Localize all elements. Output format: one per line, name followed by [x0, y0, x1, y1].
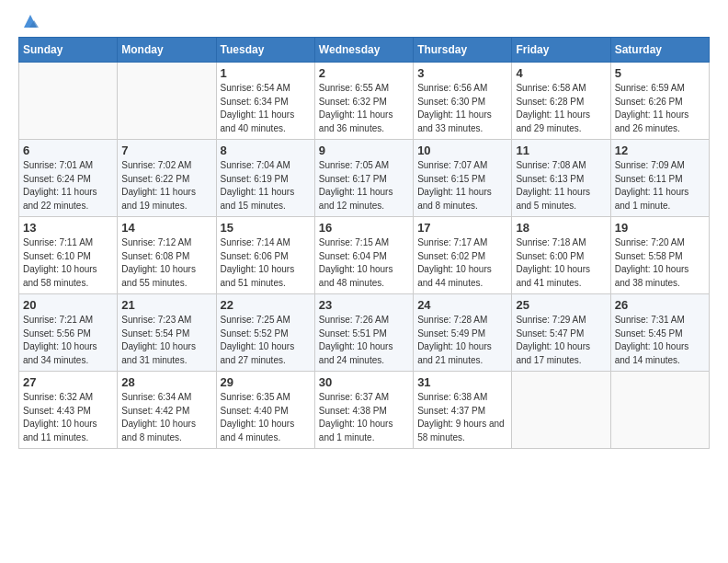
- day-info: Sunrise: 7:23 AM Sunset: 5:54 PM Dayligh…: [121, 314, 211, 367]
- day-number: 18: [516, 221, 606, 235]
- calendar-cell: 12Sunrise: 7:09 AM Sunset: 6:11 PM Dayli…: [610, 140, 709, 217]
- calendar-cell: 23Sunrise: 7:26 AM Sunset: 5:51 PM Dayli…: [314, 294, 413, 372]
- day-info: Sunrise: 7:09 AM Sunset: 6:11 PM Dayligh…: [615, 159, 705, 213]
- page: SundayMondayTuesdayWednesdayThursdayFrid…: [0, 0, 728, 467]
- day-number: 1: [221, 66, 311, 80]
- calendar-cell: 21Sunrise: 7:23 AM Sunset: 5:54 PM Dayli…: [118, 294, 216, 372]
- weekday-header: Friday: [512, 38, 610, 63]
- day-number: 21: [121, 298, 211, 312]
- day-number: 8: [221, 144, 311, 157]
- day-info: Sunrise: 7:11 AM Sunset: 6:10 PM Dayligh…: [23, 236, 113, 290]
- day-number: 3: [417, 66, 507, 80]
- weekday-header: Sunday: [19, 38, 118, 63]
- day-info: Sunrise: 6:56 AM Sunset: 6:30 PM Dayligh…: [417, 82, 507, 135]
- day-number: 16: [319, 221, 409, 235]
- calendar-cell: 5Sunrise: 6:59 AM Sunset: 6:26 PM Daylig…: [610, 63, 709, 140]
- calendar-week-row: 27Sunrise: 6:32 AM Sunset: 4:43 PM Dayli…: [19, 372, 710, 449]
- day-number: 27: [23, 375, 113, 389]
- calendar-cell: 3Sunrise: 6:56 AM Sunset: 6:30 PM Daylig…: [414, 63, 512, 140]
- day-info: Sunrise: 6:37 AM Sunset: 4:38 PM Dayligh…: [319, 391, 409, 444]
- calendar-cell: 14Sunrise: 7:12 AM Sunset: 6:08 PM Dayli…: [118, 217, 216, 294]
- calendar-cell: 25Sunrise: 7:29 AM Sunset: 5:47 PM Dayli…: [512, 294, 610, 372]
- calendar-cell: [19, 63, 118, 140]
- header: [18, 15, 710, 28]
- day-info: Sunrise: 7:26 AM Sunset: 5:51 PM Dayligh…: [319, 314, 409, 367]
- day-number: 12: [615, 144, 705, 157]
- day-number: 30: [319, 375, 409, 389]
- day-info: Sunrise: 6:58 AM Sunset: 6:28 PM Dayligh…: [516, 82, 606, 135]
- day-info: Sunrise: 7:28 AM Sunset: 5:49 PM Dayligh…: [417, 314, 507, 367]
- calendar-cell: 1Sunrise: 6:54 AM Sunset: 6:34 PM Daylig…: [216, 63, 314, 140]
- logo-icon: [20, 11, 40, 31]
- day-info: Sunrise: 7:20 AM Sunset: 5:58 PM Dayligh…: [615, 236, 705, 290]
- weekday-header: Thursday: [414, 38, 512, 63]
- calendar-week-row: 13Sunrise: 7:11 AM Sunset: 6:10 PM Dayli…: [19, 217, 710, 294]
- calendar-cell: [118, 63, 216, 140]
- day-info: Sunrise: 6:32 AM Sunset: 4:43 PM Dayligh…: [23, 391, 113, 444]
- day-number: 28: [121, 375, 211, 389]
- day-number: 24: [417, 298, 507, 312]
- day-number: 11: [516, 144, 606, 157]
- day-number: 13: [23, 221, 113, 235]
- calendar-cell: 7Sunrise: 7:02 AM Sunset: 6:22 PM Daylig…: [118, 140, 216, 217]
- day-info: Sunrise: 7:21 AM Sunset: 5:56 PM Dayligh…: [23, 314, 113, 367]
- calendar-cell: 19Sunrise: 7:20 AM Sunset: 5:58 PM Dayli…: [610, 217, 709, 294]
- calendar-cell: 6Sunrise: 7:01 AM Sunset: 6:24 PM Daylig…: [19, 140, 118, 217]
- calendar-cell: 28Sunrise: 6:34 AM Sunset: 4:42 PM Dayli…: [118, 372, 216, 449]
- day-number: 23: [319, 298, 409, 312]
- calendar-cell: [512, 372, 610, 449]
- calendar-cell: 20Sunrise: 7:21 AM Sunset: 5:56 PM Dayli…: [19, 294, 118, 372]
- calendar-week-row: 1Sunrise: 6:54 AM Sunset: 6:34 PM Daylig…: [19, 63, 710, 140]
- day-number: 31: [417, 375, 507, 389]
- day-number: 25: [516, 298, 606, 312]
- calendar-cell: 30Sunrise: 6:37 AM Sunset: 4:38 PM Dayli…: [314, 372, 413, 449]
- calendar-cell: 26Sunrise: 7:31 AM Sunset: 5:45 PM Dayli…: [610, 294, 709, 372]
- calendar-cell: 31Sunrise: 6:38 AM Sunset: 4:37 PM Dayli…: [414, 372, 512, 449]
- day-info: Sunrise: 7:25 AM Sunset: 5:52 PM Dayligh…: [221, 314, 311, 367]
- day-info: Sunrise: 6:54 AM Sunset: 6:34 PM Dayligh…: [221, 82, 311, 135]
- day-number: 20: [23, 298, 113, 312]
- calendar-cell: 15Sunrise: 7:14 AM Sunset: 6:06 PM Dayli…: [216, 217, 314, 294]
- day-number: 22: [221, 298, 311, 312]
- day-number: 26: [615, 298, 705, 312]
- day-number: 2: [319, 66, 409, 80]
- calendar-cell: 29Sunrise: 6:35 AM Sunset: 4:40 PM Dayli…: [216, 372, 314, 449]
- day-info: Sunrise: 7:31 AM Sunset: 5:45 PM Dayligh…: [615, 314, 705, 367]
- day-info: Sunrise: 7:29 AM Sunset: 5:47 PM Dayligh…: [516, 314, 606, 367]
- day-number: 19: [615, 221, 705, 235]
- day-info: Sunrise: 7:12 AM Sunset: 6:08 PM Dayligh…: [121, 236, 211, 290]
- calendar-header-row: SundayMondayTuesdayWednesdayThursdayFrid…: [19, 38, 710, 63]
- day-number: 4: [516, 66, 606, 80]
- calendar-cell: 17Sunrise: 7:17 AM Sunset: 6:02 PM Dayli…: [414, 217, 512, 294]
- day-info: Sunrise: 7:07 AM Sunset: 6:15 PM Dayligh…: [417, 159, 507, 213]
- calendar-cell: 9Sunrise: 7:05 AM Sunset: 6:17 PM Daylig…: [314, 140, 413, 217]
- day-info: Sunrise: 6:38 AM Sunset: 4:37 PM Dayligh…: [417, 391, 507, 444]
- calendar-cell: 22Sunrise: 7:25 AM Sunset: 5:52 PM Dayli…: [216, 294, 314, 372]
- day-info: Sunrise: 6:35 AM Sunset: 4:40 PM Dayligh…: [221, 391, 311, 444]
- day-number: 14: [121, 221, 211, 235]
- day-number: 7: [121, 144, 211, 157]
- day-info: Sunrise: 7:18 AM Sunset: 6:00 PM Dayligh…: [516, 236, 606, 290]
- day-info: Sunrise: 7:02 AM Sunset: 6:22 PM Dayligh…: [121, 159, 211, 213]
- calendar-cell: [610, 372, 709, 449]
- calendar-cell: 10Sunrise: 7:07 AM Sunset: 6:15 PM Dayli…: [414, 140, 512, 217]
- calendar-cell: 13Sunrise: 7:11 AM Sunset: 6:10 PM Dayli…: [19, 217, 118, 294]
- calendar-cell: 11Sunrise: 7:08 AM Sunset: 6:13 PM Dayli…: [512, 140, 610, 217]
- day-number: 6: [23, 144, 113, 157]
- day-number: 10: [417, 144, 507, 157]
- weekday-header: Tuesday: [216, 38, 314, 63]
- calendar-cell: 2Sunrise: 6:55 AM Sunset: 6:32 PM Daylig…: [314, 63, 413, 140]
- weekday-header: Monday: [118, 38, 216, 63]
- day-number: 29: [221, 375, 311, 389]
- day-info: Sunrise: 7:01 AM Sunset: 6:24 PM Dayligh…: [23, 159, 113, 213]
- day-info: Sunrise: 7:04 AM Sunset: 6:19 PM Dayligh…: [221, 159, 311, 213]
- calendar-week-row: 20Sunrise: 7:21 AM Sunset: 5:56 PM Dayli…: [19, 294, 710, 372]
- day-number: 9: [319, 144, 409, 157]
- calendar-cell: 27Sunrise: 6:32 AM Sunset: 4:43 PM Dayli…: [19, 372, 118, 449]
- day-info: Sunrise: 7:05 AM Sunset: 6:17 PM Dayligh…: [319, 159, 409, 213]
- day-number: 15: [221, 221, 311, 235]
- weekday-header: Saturday: [610, 38, 709, 63]
- day-info: Sunrise: 6:55 AM Sunset: 6:32 PM Dayligh…: [319, 82, 409, 135]
- calendar-cell: 18Sunrise: 7:18 AM Sunset: 6:00 PM Dayli…: [512, 217, 610, 294]
- calendar-cell: 8Sunrise: 7:04 AM Sunset: 6:19 PM Daylig…: [216, 140, 314, 217]
